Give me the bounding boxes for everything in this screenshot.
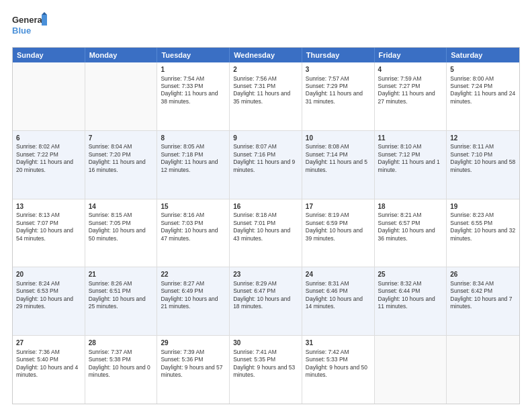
daylight-text: Daylight: 10 hours and 7 minutes. xyxy=(450,295,512,310)
sunset-text: Sunset: 6:51 PM xyxy=(89,287,131,294)
calendar-cell: 8Sunrise: 8:05 AMSunset: 7:18 PMDaylight… xyxy=(157,131,230,199)
daylight-text: Daylight: 11 hours and 27 minutes. xyxy=(378,90,435,104)
header-day-tuesday: Tuesday xyxy=(157,48,230,62)
svg-text:General: General xyxy=(12,15,44,25)
sunrise-text: Sunrise: 8:16 AM xyxy=(161,212,204,218)
calendar-cell: 19Sunrise: 8:23 AMSunset: 6:55 PMDayligh… xyxy=(447,199,519,267)
daylight-text: Daylight: 10 hours and 11 minutes. xyxy=(378,295,435,310)
calendar-cell: 9Sunrise: 8:07 AMSunset: 7:16 PMDaylight… xyxy=(230,131,302,199)
sunset-text: Sunset: 7:10 PM xyxy=(450,151,492,158)
daylight-text: Daylight: 10 hours and 18 minutes. xyxy=(233,295,290,310)
calendar-cell: 16Sunrise: 8:18 AMSunset: 7:01 PMDayligh… xyxy=(230,199,302,267)
sunrise-text: Sunrise: 8:07 AM xyxy=(233,143,277,150)
sunrise-text: Sunrise: 8:05 AM xyxy=(161,143,204,150)
calendar-cell: 6Sunrise: 8:02 AMSunset: 7:22 PMDaylight… xyxy=(13,131,85,199)
sunset-text: Sunset: 7:29 PM xyxy=(306,83,348,89)
sunrise-text: Sunrise: 8:04 AM xyxy=(89,143,132,150)
daylight-text: Daylight: 10 hours and 14 minutes. xyxy=(306,295,363,310)
sunset-text: Sunset: 6:55 PM xyxy=(450,220,492,226)
calendar-week-5: 27Sunrise: 7:36 AMSunset: 5:40 PMDayligh… xyxy=(13,336,519,404)
daylight-text: Daylight: 10 hours and 4 minutes. xyxy=(16,364,78,378)
calendar-cell: 22Sunrise: 8:27 AMSunset: 6:49 PMDayligh… xyxy=(157,267,230,335)
logo-area: General Blue xyxy=(12,12,47,40)
daylight-text: Daylight: 10 hours and 29 minutes. xyxy=(16,295,73,310)
daylight-text: Daylight: 11 hours and 16 minutes. xyxy=(89,158,146,173)
day-number: 9 xyxy=(233,134,298,143)
daylight-text: Daylight: 9 hours and 50 minutes. xyxy=(306,364,367,378)
day-number: 5 xyxy=(450,65,516,75)
calendar-cell: 21Sunrise: 8:26 AMSunset: 6:51 PMDayligh… xyxy=(85,267,158,335)
calendar-week-1: 1Sunrise: 7:54 AMSunset: 7:33 PMDaylight… xyxy=(13,62,519,131)
page: General Blue SundayMondayTuesdayWednesda… xyxy=(0,0,532,411)
sunrise-text: Sunrise: 8:15 AM xyxy=(89,212,132,218)
daylight-text: Daylight: 10 hours and 25 minutes. xyxy=(89,295,146,310)
daylight-text: Daylight: 10 hours and 47 minutes. xyxy=(161,227,218,241)
day-number: 15 xyxy=(161,202,226,212)
calendar-week-3: 13Sunrise: 8:13 AMSunset: 7:07 PMDayligh… xyxy=(13,199,519,268)
sunrise-text: Sunrise: 8:26 AM xyxy=(89,280,132,287)
day-number: 6 xyxy=(16,134,81,143)
day-number: 28 xyxy=(89,338,154,348)
calendar-cell: 12Sunrise: 8:11 AMSunset: 7:10 PMDayligh… xyxy=(447,131,519,199)
calendar-cell xyxy=(85,62,158,130)
daylight-text: Daylight: 11 hours and 1 minute. xyxy=(378,158,440,173)
calendar-week-4: 20Sunrise: 8:24 AMSunset: 6:53 PMDayligh… xyxy=(13,267,519,336)
sunrise-text: Sunrise: 8:31 AM xyxy=(306,280,349,287)
daylight-text: Daylight: 10 hours and 50 minutes. xyxy=(89,227,146,241)
daylight-text: Daylight: 9 hours and 57 minutes. xyxy=(161,364,222,378)
daylight-text: Daylight: 9 hours and 53 minutes. xyxy=(233,364,295,378)
calendar-cell: 1Sunrise: 7:54 AMSunset: 7:33 PMDaylight… xyxy=(157,62,230,130)
sunset-text: Sunset: 7:31 PM xyxy=(233,83,275,89)
daylight-text: Daylight: 11 hours and 12 minutes. xyxy=(161,158,218,173)
day-number: 7 xyxy=(89,134,154,143)
calendar-cell: 30Sunrise: 7:41 AMSunset: 5:35 PMDayligh… xyxy=(230,336,302,404)
sunset-text: Sunset: 7:07 PM xyxy=(16,220,58,226)
calendar-body: 1Sunrise: 7:54 AMSunset: 7:33 PMDaylight… xyxy=(13,62,519,404)
calendar-cell: 17Sunrise: 8:19 AMSunset: 6:59 PMDayligh… xyxy=(302,199,375,267)
daylight-text: Daylight: 10 hours and 0 minutes. xyxy=(89,364,150,378)
day-number: 10 xyxy=(306,134,371,143)
calendar-cell xyxy=(447,336,519,404)
sunset-text: Sunset: 7:24 PM xyxy=(450,83,492,89)
day-number: 29 xyxy=(161,338,226,348)
day-number: 18 xyxy=(378,202,443,212)
calendar: SundayMondayTuesdayWednesdayThursdayFrid… xyxy=(12,47,520,404)
sunrise-text: Sunrise: 8:00 AM xyxy=(450,75,494,82)
sunset-text: Sunset: 7:12 PM xyxy=(378,151,420,158)
sunrise-text: Sunrise: 8:19 AM xyxy=(306,212,349,218)
calendar-cell xyxy=(375,336,447,404)
day-number: 22 xyxy=(161,270,226,279)
day-number: 27 xyxy=(16,338,81,348)
sunrise-text: Sunrise: 8:02 AM xyxy=(16,143,60,150)
calendar-cell: 20Sunrise: 8:24 AMSunset: 6:53 PMDayligh… xyxy=(13,267,85,335)
day-number: 31 xyxy=(306,338,371,348)
day-number: 19 xyxy=(450,202,516,212)
sunrise-text: Sunrise: 7:37 AM xyxy=(89,349,132,355)
sunset-text: Sunset: 5:35 PM xyxy=(233,356,275,363)
calendar-cell: 3Sunrise: 7:57 AMSunset: 7:29 PMDaylight… xyxy=(302,62,375,130)
day-number: 16 xyxy=(233,202,298,212)
sunset-text: Sunset: 6:49 PM xyxy=(161,287,203,294)
sunset-text: Sunset: 5:38 PM xyxy=(89,356,131,363)
daylight-text: Daylight: 10 hours and 36 minutes. xyxy=(378,227,435,241)
calendar-cell: 25Sunrise: 8:32 AMSunset: 6:44 PMDayligh… xyxy=(375,267,447,335)
day-number: 8 xyxy=(161,134,226,143)
sunrise-text: Sunrise: 8:21 AM xyxy=(378,212,422,218)
sunset-text: Sunset: 7:33 PM xyxy=(161,83,203,89)
calendar-cell: 7Sunrise: 8:04 AMSunset: 7:20 PMDaylight… xyxy=(85,131,158,199)
calendar-cell: 5Sunrise: 8:00 AMSunset: 7:24 PMDaylight… xyxy=(447,62,519,130)
day-number: 14 xyxy=(89,202,154,212)
daylight-text: Daylight: 11 hours and 35 minutes. xyxy=(233,90,290,104)
day-number: 26 xyxy=(450,270,516,279)
sunrise-text: Sunrise: 7:39 AM xyxy=(161,349,204,355)
daylight-text: Daylight: 10 hours and 43 minutes. xyxy=(233,227,290,241)
day-number: 24 xyxy=(306,270,371,279)
svg-marker-3 xyxy=(42,12,47,15)
calendar-cell: 28Sunrise: 7:37 AMSunset: 5:38 PMDayligh… xyxy=(85,336,158,404)
daylight-text: Daylight: 11 hours and 31 minutes. xyxy=(306,90,363,104)
sunrise-text: Sunrise: 8:18 AM xyxy=(233,212,277,218)
logo-icon: General Blue xyxy=(12,12,47,38)
sunrise-text: Sunrise: 7:42 AM xyxy=(306,349,349,355)
daylight-text: Daylight: 10 hours and 21 minutes. xyxy=(161,295,218,310)
sunrise-text: Sunrise: 7:41 AM xyxy=(233,349,277,355)
